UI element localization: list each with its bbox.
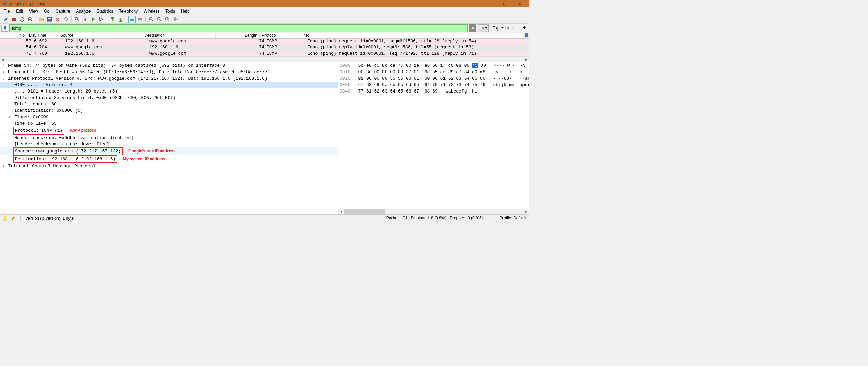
detail-ip-ttl[interactable]: Time to live: 55	[0, 120, 338, 127]
filter-bar: ✕ ▾ Expression… +	[0, 24, 529, 33]
status-packets: Packets: 91 · Displayed: 8 (8.8%) · Drop…	[386, 216, 483, 221]
col-length[interactable]: Length	[216, 33, 260, 38]
svg-text:−: −	[158, 18, 159, 20]
svg-text:+: +	[150, 18, 151, 20]
go-first-icon[interactable]	[109, 16, 116, 23]
minimize-button[interactable]: ─	[482, 0, 497, 7]
edit-icon[interactable]	[11, 216, 16, 221]
close-file-icon[interactable]	[54, 16, 61, 23]
packet-list-hscroll[interactable]: ◀ ▶	[0, 56, 529, 62]
zoom-out-icon[interactable]: −	[156, 16, 163, 23]
zoom-reset-icon[interactable]: 1:1	[164, 16, 171, 23]
detail-icmp[interactable]: ›Internet Control Message Protocol	[0, 163, 338, 169]
bookmark-filter-icon[interactable]	[1, 25, 8, 32]
detail-ip-flags[interactable]: ›Flags: 0x0000	[0, 114, 338, 120]
reload-icon[interactable]	[62, 16, 70, 23]
hex-hscroll[interactable]: ◀ ▶	[338, 209, 529, 214]
close-button[interactable]: ✕	[512, 0, 527, 7]
menu-capture[interactable]: Capture	[56, 9, 70, 14]
col-protocol[interactable]: Protocol	[260, 33, 300, 38]
add-filter-button[interactable]: +	[521, 25, 528, 32]
detail-ip-totallen[interactable]: Total Length: 60	[0, 101, 338, 107]
svg-point-5	[75, 17, 78, 20]
svg-rect-0	[12, 18, 16, 21]
find-icon[interactable]	[73, 16, 81, 23]
annotation-icmp-protocol: ICMP protocol	[70, 128, 97, 133]
stop-capture-icon[interactable]	[10, 16, 18, 23]
col-info[interactable]: Info	[300, 33, 529, 38]
menu-telephony[interactable]: Telephony	[119, 9, 138, 14]
start-capture-icon[interactable]	[2, 16, 9, 23]
go-to-packet-icon[interactable]	[98, 16, 105, 23]
detail-ip[interactable]: ⌄Internet Protocol Version 4, Src: www.g…	[0, 75, 338, 82]
packet-list-header: No Day Time Source Destination Length Pr…	[0, 33, 529, 39]
maximize-button[interactable]: ▢	[497, 0, 512, 7]
detail-ip-destination[interactable]: Destination: 192.168.1.6 (192.168.1.6)My…	[0, 155, 338, 163]
svg-rect-9	[130, 18, 134, 18]
menu-go[interactable]: Go	[44, 9, 50, 14]
hex-row[interactable]: 0030 67 68 69 6a 6b 6c 6d 6e 6f 70 71 72…	[340, 82, 528, 88]
col-source[interactable]: Source	[58, 33, 142, 38]
packet-list[interactable]: 536.692192.168.1.6www.google.com74ICMPEc…	[0, 39, 529, 56]
detail-frame[interactable]: ›Frame 54: 74 bytes on wire (592 bits), …	[0, 62, 338, 69]
detail-ip-checksum-status[interactable]: [Header checksum status: Unverified]	[0, 141, 338, 147]
save-file-icon[interactable]	[46, 16, 53, 23]
go-forward-icon[interactable]	[90, 16, 97, 23]
titlebar: google_ping.pcapng ─ ▢ ✕	[0, 0, 529, 7]
hex-row[interactable]: 0040 77 61 62 63 64 65 66 67 68 69 wabcd…	[340, 88, 528, 95]
hex-row[interactable]: 0010 00 3c 00 00 00 00 37 01 6d b5 ac d9…	[340, 69, 528, 75]
menubar: File Edit View Go Capture Analyze Statis…	[0, 7, 529, 15]
menu-edit[interactable]: Edit	[16, 9, 23, 14]
go-back-icon[interactable]	[81, 16, 89, 23]
menu-wireless[interactable]: Wireless	[144, 9, 159, 14]
col-time[interactable]: Day Time	[27, 33, 58, 38]
detail-ip-protocol[interactable]: Protocol: ICMP (1)ICMP protocol	[0, 127, 338, 135]
open-file-icon[interactable]	[38, 16, 45, 23]
expert-info-icon[interactable]	[3, 216, 7, 221]
packet-row[interactable]: 707.700192.168.1.6www.google.com74ICMPEc…	[0, 51, 529, 56]
menu-file[interactable]: File	[3, 9, 10, 14]
svg-rect-14	[138, 20, 142, 21]
display-filter-input[interactable]	[9, 24, 468, 32]
svg-rect-4	[48, 18, 51, 19]
svg-line-22	[168, 20, 169, 21]
autoscroll-icon[interactable]	[128, 16, 136, 23]
packet-details-pane[interactable]: ›Frame 54: 74 bytes on wire (592 bits), …	[0, 62, 338, 214]
status-field: Version (ip.version), 1 byte	[25, 216, 74, 221]
svg-line-6	[77, 20, 79, 21]
capture-options-icon[interactable]	[26, 16, 34, 23]
detail-ip-ident[interactable]: Identification: 0x0000 (0)	[0, 107, 338, 114]
resize-columns-icon[interactable]	[172, 16, 179, 23]
col-destination[interactable]: Destination	[142, 33, 216, 38]
packet-row[interactable]: 536.692192.168.1.6www.google.com74ICMPEc…	[0, 39, 529, 45]
annotation-google-ip: Google's one IP address	[128, 149, 175, 154]
detail-ip-source[interactable]: Source: www.google.com (172.217.167.132)…	[0, 147, 338, 155]
menu-view[interactable]: View	[29, 9, 38, 14]
clear-filter-icon[interactable]: ✕	[469, 24, 476, 32]
svg-rect-12	[138, 18, 142, 19]
restart-capture-icon[interactable]	[18, 16, 26, 23]
detail-ip-checksum[interactable]: Header checksum: 0x6db5 [validation disa…	[0, 135, 338, 141]
detail-ip-version[interactable]: 0100 .... = Version: 4	[0, 82, 338, 88]
expression-button[interactable]: Expression…	[490, 26, 519, 30]
apply-filter-button[interactable]: ▾	[478, 24, 489, 32]
hex-pane[interactable]: 0000 5c e0 c5 8c ce 77 00 1e a6 56 14 c0…	[338, 62, 529, 214]
go-last-icon[interactable]	[117, 16, 124, 23]
svg-line-16	[152, 20, 153, 21]
hex-row[interactable]: 0000 5c e0 c5 8c ce 77 00 1e a6 56 14 c0…	[340, 62, 528, 69]
zoom-in-icon[interactable]: +	[147, 16, 155, 23]
status-profile[interactable]: Profile: Default	[499, 216, 526, 221]
svg-text:1:1: 1:1	[166, 18, 168, 20]
col-no[interactable]: No	[0, 33, 27, 38]
statusbar: Version (ip.version), 1 byte Packets: 91…	[0, 214, 529, 222]
packet-row[interactable]: 546.704www.google.com192.168.1.674ICMPEc…	[0, 45, 529, 51]
menu-help[interactable]: Help	[181, 9, 190, 14]
detail-ethernet[interactable]: ›Ethernet II, Src: BestItWo_56:14:c0 (00…	[0, 69, 338, 75]
detail-ip-hlen[interactable]: .... 0101 = Header Length: 20 bytes (5)	[0, 88, 338, 95]
colorize-icon[interactable]	[136, 16, 144, 23]
menu-tools[interactable]: Tools	[165, 9, 175, 14]
hex-row[interactable]: 0020 01 06 00 00 55 55 00 01 00 06 61 62…	[340, 75, 528, 82]
menu-statistics[interactable]: Statistics	[97, 9, 113, 14]
menu-analyze[interactable]: Analyze	[76, 9, 91, 14]
detail-ip-dsf[interactable]: ›Differentiated Services Field: 0x00 (DS…	[0, 95, 338, 101]
